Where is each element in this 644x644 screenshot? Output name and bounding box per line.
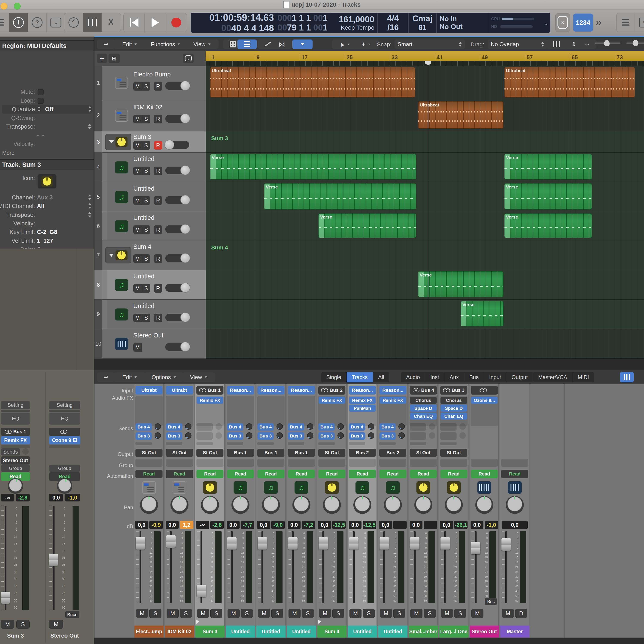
tab-tracks[interactable]: Tracks bbox=[347, 372, 373, 382]
solo-button[interactable]: S bbox=[393, 609, 405, 618]
send-slot[interactable]: Bus 4 bbox=[257, 423, 274, 431]
midi-region[interactable]: Verse bbox=[461, 301, 503, 327]
record-enable-button[interactable]: R bbox=[154, 82, 162, 91]
ruler-number[interactable]: 1 bbox=[210, 54, 214, 61]
group-slot[interactable] bbox=[440, 459, 467, 467]
ruler-number[interactable]: 49 bbox=[480, 54, 488, 61]
group-slot[interactable] bbox=[379, 459, 406, 467]
track-stepper[interactable] bbox=[88, 203, 91, 209]
automation-mode-button[interactable]: Read bbox=[257, 470, 284, 478]
pan-knob[interactable] bbox=[57, 478, 72, 494]
automation-mode-button[interactable]: Read bbox=[410, 470, 437, 478]
region-stepper[interactable] bbox=[88, 106, 91, 112]
disclosure-triangle-icon[interactable] bbox=[109, 254, 114, 257]
region-stepper[interactable] bbox=[37, 106, 41, 112]
mixer-options-menu[interactable]: Options bbox=[144, 372, 184, 382]
automation-mode-button[interactable]: Read bbox=[318, 470, 345, 478]
note-pads-icon[interactable]: ✎ bbox=[635, 13, 644, 32]
track-value[interactable]: C-2 G8 bbox=[37, 229, 57, 235]
ruler-number[interactable]: 25 bbox=[345, 54, 353, 61]
track-volume-slider[interactable] bbox=[165, 141, 189, 149]
tracks-view-menu[interactable]: View bbox=[186, 39, 219, 49]
send-slot-empty[interactable] bbox=[196, 432, 213, 440]
send-slot[interactable]: Bus 3 bbox=[135, 432, 152, 440]
pan-knob[interactable] bbox=[201, 496, 219, 514]
peak-display[interactable]: 1,2 bbox=[180, 521, 193, 529]
solo-button[interactable]: S bbox=[142, 167, 150, 175]
track-header-1[interactable]: 1Electro BumpMSR bbox=[94, 66, 206, 100]
tuner-icon[interactable] bbox=[64, 13, 83, 32]
arrange-row-9[interactable] bbox=[206, 300, 644, 329]
library-icon[interactable] bbox=[0, 13, 9, 32]
channel-strip-12[interactable]: Ozone 9...Read0,0-1,00369121518212430354… bbox=[470, 384, 499, 639]
automation-mode-button[interactable]: Read bbox=[166, 470, 193, 478]
sends-button[interactable]: Sends bbox=[1, 448, 20, 456]
tab-midi[interactable]: MIDI bbox=[573, 372, 594, 382]
track-volume-slider[interactable] bbox=[165, 343, 189, 351]
peak-display[interactable]: -0,9 bbox=[149, 521, 163, 529]
track-volume-knob[interactable] bbox=[180, 165, 190, 175]
pan-knob[interactable] bbox=[475, 496, 493, 514]
group-slot[interactable] bbox=[166, 459, 193, 467]
solo-button[interactable]: S bbox=[142, 196, 150, 205]
send-slot[interactable]: Bus 3 bbox=[166, 432, 182, 440]
volume-display[interactable]: 0,0 bbox=[471, 521, 483, 529]
toolbar-icon[interactable]: ⌄ bbox=[47, 13, 65, 32]
automation-mode-button[interactable]: Read bbox=[196, 470, 223, 478]
solo-button[interactable]: S bbox=[142, 254, 150, 263]
group-slot[interactable] bbox=[196, 459, 223, 467]
inspector-strip-stereo-out[interactable]: SettingEQOzone 9 ElGroupRead0,0-1,003691… bbox=[49, 370, 80, 644]
send-knob[interactable] bbox=[276, 432, 283, 439]
record-enable-button[interactable]: R bbox=[154, 115, 162, 123]
lcd-midi-io[interactable]: No In No Out bbox=[437, 13, 488, 33]
ruler-number[interactable]: 57 bbox=[525, 54, 533, 61]
mixer-icon[interactable] bbox=[83, 13, 102, 32]
rewind-button[interactable] bbox=[124, 13, 145, 32]
solo-button[interactable]: S bbox=[210, 609, 222, 618]
mute-button[interactable]: M bbox=[133, 167, 142, 175]
send-slot-empty[interactable] bbox=[440, 432, 457, 440]
solo-button[interactable]: S bbox=[142, 314, 150, 322]
solo-button[interactable]: S bbox=[454, 609, 466, 618]
channel-strip-1[interactable]: UltrabtBus 4Bus 3St OutRead0,0-0,9036912… bbox=[134, 384, 164, 639]
input-slot[interactable]: Reason... bbox=[288, 386, 315, 395]
volume-display[interactable]: 0,0 bbox=[440, 521, 453, 529]
send-knob[interactable] bbox=[307, 432, 313, 439]
pan-knob[interactable] bbox=[506, 496, 524, 514]
send-slot[interactable]: Bus 3 bbox=[318, 432, 335, 440]
output-slot[interactable]: St Out bbox=[135, 449, 163, 457]
track-header-10[interactable]: 10Stereo OutM bbox=[94, 329, 206, 359]
tab-input[interactable]: Input bbox=[484, 372, 506, 382]
bar-ruler[interactable]: 191725334149576573 bbox=[206, 51, 644, 61]
solo-button[interactable]: S bbox=[424, 609, 436, 618]
snap-menu[interactable]: Smart bbox=[395, 39, 465, 49]
track-volume-knob[interactable] bbox=[180, 81, 190, 91]
ruler-number[interactable]: 41 bbox=[435, 54, 443, 61]
output-slot[interactable]: St Out bbox=[440, 449, 467, 457]
record-enable-button[interactable]: R bbox=[154, 284, 162, 293]
pan-knob[interactable] bbox=[414, 496, 432, 514]
channel-name[interactable]: IDM Kit 02 bbox=[165, 626, 194, 638]
input-slot[interactable]: Ultrabt bbox=[135, 386, 163, 395]
track-header-3[interactable]: 3Sum 3MSR bbox=[94, 131, 206, 153]
play-button[interactable] bbox=[145, 13, 166, 32]
mute-button[interactable]: M bbox=[197, 609, 209, 618]
track-name[interactable]: Sum 3 bbox=[133, 133, 151, 140]
solo-button[interactable]: S bbox=[142, 82, 150, 91]
channel-name[interactable]: Sum 3 bbox=[195, 626, 225, 638]
group-slot[interactable] bbox=[288, 459, 315, 467]
send-slot[interactable]: Bus 3 bbox=[288, 432, 304, 440]
audio-fx-plugin[interactable]: Chorus bbox=[410, 397, 437, 404]
ruler-ticks[interactable] bbox=[206, 61, 644, 66]
eq-thumbnail[interactable]: EQ bbox=[49, 413, 80, 425]
track-name[interactable]: Untitled bbox=[133, 214, 154, 221]
input-slot[interactable]: Bus 2 bbox=[318, 386, 345, 395]
lcd-mode-chevron[interactable]: ⌄ bbox=[544, 20, 549, 27]
track-volume-knob[interactable] bbox=[180, 195, 190, 205]
record-enable-button[interactable]: R bbox=[154, 254, 162, 263]
mute-button[interactable]: M bbox=[410, 609, 422, 618]
setting-button[interactable]: Setting bbox=[49, 401, 80, 409]
record-button[interactable] bbox=[166, 13, 187, 32]
lcd-performance[interactable]: CPU HD ⌄ bbox=[488, 13, 550, 33]
ruler-number[interactable]: 9 bbox=[255, 54, 260, 61]
